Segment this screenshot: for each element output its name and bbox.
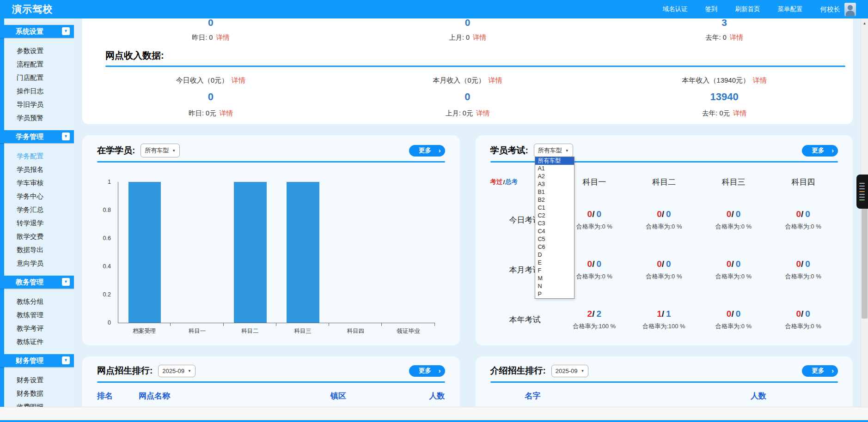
dropdown-option[interactable]: C1: [535, 204, 574, 212]
sidebar-item[interactable]: 意向学员: [0, 257, 74, 270]
ranking-table-headers: 排名网点名称镇区人数: [97, 391, 445, 401]
chart-bar[interactable]: [128, 182, 161, 323]
sidebar-item[interactable]: 学务配置: [0, 150, 74, 163]
chart-bar[interactable]: [287, 182, 319, 323]
header-nav-item[interactable]: 菜单配置: [778, 5, 803, 13]
detail-link[interactable]: 详情: [220, 109, 233, 117]
more-button[interactable]: 更多 ›: [802, 365, 838, 377]
chevron-right-icon: ›: [831, 367, 834, 374]
dropdown-option[interactable]: F: [535, 267, 574, 275]
y-axis-label: 0.8: [97, 207, 115, 213]
chevron-down-icon: ▼: [565, 149, 569, 153]
vehicle-type-select[interactable]: 所有车型 ▼: [141, 144, 180, 157]
dropdown-option[interactable]: C4: [535, 228, 574, 235]
detail-link[interactable]: 详情: [753, 76, 767, 84]
detail-link[interactable]: 详情: [232, 76, 245, 84]
sidebar-item[interactable]: 流程配置: [0, 58, 74, 71]
chart-slot: [382, 182, 434, 323]
dropdown-option[interactable]: 所有车型: [535, 157, 574, 165]
floating-side-widget[interactable]: [856, 175, 868, 209]
chevron-down-icon[interactable]: ▼: [62, 133, 70, 140]
stat-column: 3去年: 0详情: [596, 19, 853, 42]
more-button[interactable]: 更多 ›: [409, 145, 445, 157]
sidebar-item[interactable]: 数据导出: [0, 243, 74, 257]
dropdown-option[interactable]: E: [535, 259, 574, 267]
sidebar-section-header[interactable]: 学务管理▼: [0, 130, 74, 143]
students-card-header: 在学学员: 所有车型 ▼ 更多 ›: [97, 144, 445, 157]
sidebar-item[interactable]: 财务设置: [0, 374, 74, 387]
dropdown-option[interactable]: N: [535, 283, 574, 290]
sidebar-section-label: 财务管理: [16, 356, 43, 365]
scrollbar-up-icon[interactable]: ▲: [861, 21, 868, 25]
dropdown-option[interactable]: B1: [535, 188, 574, 196]
income-columns: 今日收入（0元）详情0昨日: 0元详情本月收入（0元）详情0上月: 0元详情本年…: [82, 76, 853, 118]
sidebar-item[interactable]: 学务汇总: [0, 203, 74, 217]
detail-link[interactable]: 详情: [733, 109, 746, 117]
chevron-down-icon: ▼: [172, 149, 176, 153]
sidebar-item[interactable]: 教学考评: [0, 322, 74, 335]
month-select[interactable]: 2025-09 ▼: [158, 365, 196, 377]
month-select[interactable]: 2025-09 ▼: [551, 365, 589, 377]
sidebar-item[interactable]: 门店配置: [0, 71, 74, 84]
detail-link[interactable]: 详情: [473, 34, 486, 41]
sidebar-item[interactable]: 学员报名: [0, 163, 74, 176]
dropdown-option[interactable]: M: [535, 275, 574, 283]
detail-link[interactable]: 详情: [476, 109, 489, 117]
header-nav-item[interactable]: 刷新首页: [735, 5, 760, 13]
sidebar-section-label: 学务管理: [16, 133, 43, 141]
exam-column-header: 科目四: [768, 169, 838, 195]
chevron-down-icon[interactable]: ▼: [62, 27, 70, 35]
ranking-column-header: 人数: [408, 391, 445, 401]
site-ranking-card: 网点招生排行: 2025-09 ▼ 更多 › 排名网点名称镇区人数: [82, 356, 460, 415]
sidebar-item[interactable]: 学车审核: [0, 176, 74, 190]
pass-rate: 合格率为:0 %: [785, 272, 821, 281]
more-button[interactable]: 更多 ›: [802, 145, 838, 157]
exam-row-label: 本年考试: [490, 295, 560, 344]
dropdown-option[interactable]: A1: [535, 165, 574, 173]
sidebar-item[interactable]: 导旧学员: [0, 98, 74, 111]
x-axis-label: 档案受理: [118, 327, 171, 335]
sidebar-item[interactable]: 操作日志: [0, 84, 74, 98]
dropdown-option[interactable]: C3: [535, 220, 574, 228]
sidebar-item[interactable]: 学务中心: [0, 190, 74, 203]
chevron-down-icon[interactable]: ▼: [62, 278, 70, 286]
sidebar-section-header[interactable]: 财务管理▼: [0, 354, 74, 367]
sidebar-item[interactable]: 转学退学: [0, 217, 74, 230]
sidebar-item[interactable]: 散学交费: [0, 230, 74, 243]
dropdown-option[interactable]: D: [535, 251, 574, 259]
dropdown-option[interactable]: C6: [535, 243, 574, 251]
chart-slot: [171, 182, 224, 323]
chevron-down-icon[interactable]: ▼: [62, 356, 70, 364]
sidebar-item[interactable]: 教练证件: [0, 335, 74, 349]
user-menu[interactable]: 何校长: [820, 3, 856, 16]
pass-rate: 合格率为:0 %: [715, 272, 752, 281]
income-column: 本月收入（0元）详情0上月: 0元详情: [339, 76, 596, 118]
dropdown-option[interactable]: P: [535, 290, 574, 298]
detail-link[interactable]: 详情: [489, 76, 502, 84]
detail-link[interactable]: 详情: [216, 34, 229, 41]
dropdown-option[interactable]: A3: [535, 181, 574, 188]
sidebar-section-header[interactable]: 教务管理▼: [0, 276, 74, 289]
dropdown-option[interactable]: C5: [535, 235, 574, 243]
header-nav-item[interactable]: 域名认证: [663, 5, 688, 13]
header-nav-item[interactable]: 签到: [705, 5, 718, 13]
sidebar-item[interactable]: 学员预警: [0, 111, 74, 125]
sidebar-item[interactable]: 参数设置: [0, 44, 74, 58]
sidebar-item[interactable]: 财务数据: [0, 387, 74, 400]
pass-rate: 合格率为:0 %: [785, 223, 821, 231]
chevron-down-icon: ▼: [188, 369, 191, 373]
detail-link[interactable]: 详情: [730, 34, 743, 41]
dropdown-option[interactable]: A2: [535, 173, 574, 181]
exam-card-header: 学员考试: 所有车型 ▼ 更多 ›: [490, 144, 838, 157]
vehicle-type-select[interactable]: 所有车型 ▼: [534, 144, 573, 157]
vertical-scrollbar[interactable]: ▲: [861, 18, 868, 407]
sidebar-section-header[interactable]: 系统设置▼: [0, 25, 74, 38]
dropdown-option[interactable]: B2: [535, 196, 574, 204]
chart-bar[interactable]: [234, 182, 267, 323]
select-value: 所有车型: [538, 146, 562, 155]
more-button[interactable]: 更多 ›: [409, 365, 445, 377]
dropdown-option[interactable]: C2: [535, 212, 574, 220]
sidebar-item[interactable]: 教练管理: [0, 308, 74, 322]
students-card-title: 在学学员:: [97, 145, 135, 157]
sidebar-item[interactable]: 教练分组: [0, 295, 74, 308]
